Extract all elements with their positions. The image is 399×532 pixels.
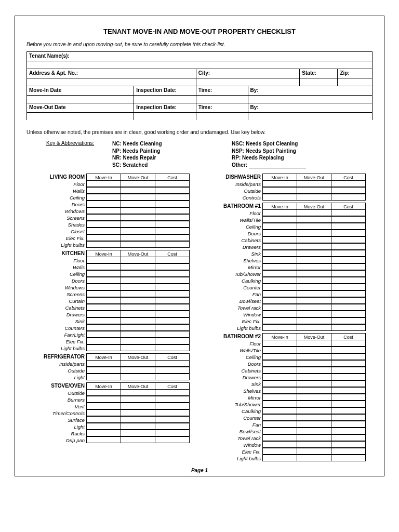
item-cell[interactable] xyxy=(86,389,121,396)
item-cell[interactable] xyxy=(262,374,297,380)
item-cell[interactable] xyxy=(297,250,331,257)
item-cell[interactable] xyxy=(331,387,366,394)
inspection-date-input-2[interactable] xyxy=(134,113,196,121)
item-cell[interactable] xyxy=(297,270,331,277)
item-cell[interactable] xyxy=(86,241,121,248)
item-cell[interactable] xyxy=(121,228,155,234)
item-cell[interactable] xyxy=(155,360,190,367)
item-cell[interactable] xyxy=(262,394,297,401)
item-cell[interactable] xyxy=(121,416,155,423)
item-cell[interactable] xyxy=(155,436,190,443)
moveout-date-input[interactable] xyxy=(27,113,134,121)
item-cell[interactable] xyxy=(297,380,331,387)
item-cell[interactable] xyxy=(331,223,366,230)
item-cell[interactable] xyxy=(155,234,190,241)
item-cell[interactable] xyxy=(86,297,121,304)
item-cell[interactable] xyxy=(297,421,331,428)
item-cell[interactable] xyxy=(155,221,190,228)
item-cell[interactable] xyxy=(297,223,331,230)
item-cell[interactable] xyxy=(121,201,155,207)
item-cell[interactable] xyxy=(86,338,121,344)
item-cell[interactable] xyxy=(155,389,190,396)
item-cell[interactable] xyxy=(155,317,190,324)
item-cell[interactable] xyxy=(331,347,366,353)
item-cell[interactable] xyxy=(331,317,366,324)
item-cell[interactable] xyxy=(155,396,190,403)
item-cell[interactable] xyxy=(297,297,331,304)
item-cell[interactable] xyxy=(331,236,366,243)
item-cell[interactable] xyxy=(121,270,155,277)
item-cell[interactable] xyxy=(86,324,121,331)
item-cell[interactable] xyxy=(155,180,190,187)
city-input[interactable] xyxy=(196,78,300,86)
other-input[interactable] xyxy=(249,168,306,168)
item-cell[interactable] xyxy=(331,434,366,441)
item-cell[interactable] xyxy=(86,374,121,380)
item-cell[interactable] xyxy=(262,270,297,277)
item-cell[interactable] xyxy=(262,414,297,421)
item-cell[interactable] xyxy=(262,367,297,374)
state-input[interactable] xyxy=(300,78,338,86)
item-cell[interactable] xyxy=(262,284,297,290)
item-cell[interactable] xyxy=(262,387,297,394)
item-cell[interactable] xyxy=(262,434,297,441)
item-cell[interactable] xyxy=(121,360,155,367)
item-cell[interactable] xyxy=(262,297,297,304)
item-cell[interactable] xyxy=(331,216,366,223)
item-cell[interactable] xyxy=(86,270,121,277)
item-cell[interactable] xyxy=(86,423,121,430)
item-cell[interactable] xyxy=(155,297,190,304)
item-cell[interactable] xyxy=(121,304,155,311)
item-cell[interactable] xyxy=(297,194,331,201)
item-cell[interactable] xyxy=(86,207,121,214)
item-cell[interactable] xyxy=(155,187,190,194)
item-cell[interactable] xyxy=(155,214,190,221)
item-cell[interactable] xyxy=(297,360,331,367)
item-cell[interactable] xyxy=(331,243,366,250)
item-cell[interactable] xyxy=(331,250,366,257)
item-cell[interactable] xyxy=(297,428,331,434)
item-cell[interactable] xyxy=(331,374,366,380)
item-cell[interactable] xyxy=(297,441,331,448)
item-cell[interactable] xyxy=(331,187,366,194)
item-cell[interactable] xyxy=(121,257,155,263)
item-cell[interactable] xyxy=(262,277,297,284)
item-cell[interactable] xyxy=(86,416,121,423)
item-cell[interactable] xyxy=(262,194,297,201)
item-cell[interactable] xyxy=(86,228,121,234)
item-cell[interactable] xyxy=(331,407,366,414)
item-cell[interactable] xyxy=(86,194,121,201)
item-cell[interactable] xyxy=(262,448,297,455)
item-cell[interactable] xyxy=(331,270,366,277)
item-cell[interactable] xyxy=(331,297,366,304)
item-cell[interactable] xyxy=(331,284,366,290)
item-cell[interactable] xyxy=(262,317,297,324)
item-cell[interactable] xyxy=(297,311,331,317)
item-cell[interactable] xyxy=(331,311,366,317)
item-cell[interactable] xyxy=(86,317,121,324)
item-cell[interactable] xyxy=(155,270,190,277)
item-cell[interactable] xyxy=(331,367,366,374)
item-cell[interactable] xyxy=(331,441,366,448)
item-cell[interactable] xyxy=(297,407,331,414)
item-cell[interactable] xyxy=(121,297,155,304)
item-cell[interactable] xyxy=(155,374,190,380)
movein-date-input[interactable] xyxy=(27,96,134,103)
item-cell[interactable] xyxy=(297,304,331,311)
item-cell[interactable] xyxy=(297,230,331,236)
item-cell[interactable] xyxy=(262,401,297,407)
item-cell[interactable] xyxy=(297,374,331,380)
item-cell[interactable] xyxy=(331,290,366,297)
item-cell[interactable] xyxy=(155,331,190,338)
item-cell[interactable] xyxy=(297,387,331,394)
item-cell[interactable] xyxy=(262,324,297,331)
item-cell[interactable] xyxy=(331,428,366,434)
item-cell[interactable] xyxy=(262,216,297,223)
inspection-date-input-1[interactable] xyxy=(134,96,196,103)
item-cell[interactable] xyxy=(121,344,155,351)
item-cell[interactable] xyxy=(121,389,155,396)
item-cell[interactable] xyxy=(331,448,366,455)
item-cell[interactable] xyxy=(297,434,331,441)
item-cell[interactable] xyxy=(262,304,297,311)
item-cell[interactable] xyxy=(121,234,155,241)
